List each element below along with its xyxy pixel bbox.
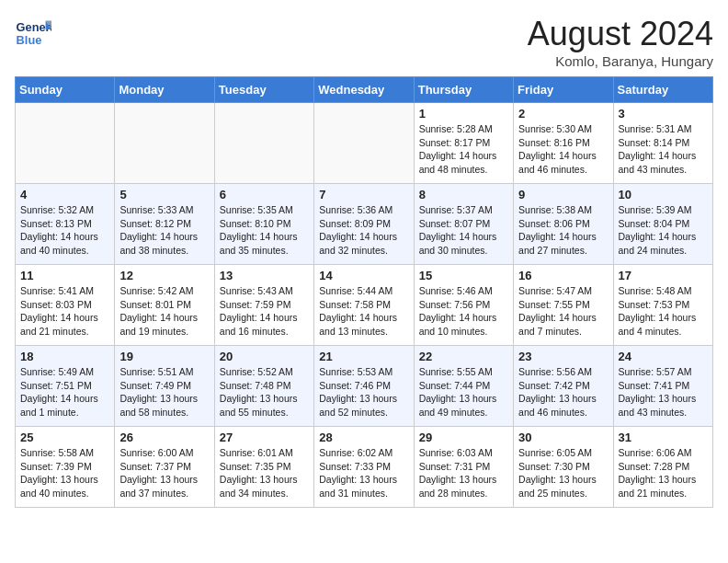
day-number: 11 — [20, 269, 109, 282]
day-number: 2 — [518, 107, 608, 121]
day-number: 10 — [619, 188, 708, 201]
calendar-header-row: SundayMondayTuesdayWednesdayThursdayFrid… — [16, 77, 713, 103]
day-number: 3 — [619, 107, 708, 121]
calendar-cell: 28Sunrise: 6:02 AMSunset: 7:33 PMDayligh… — [314, 427, 414, 508]
cell-info: Sunrise: 6:02 AMSunset: 7:33 PMDaylight:… — [319, 446, 408, 500]
calendar-cell: 5Sunrise: 5:33 AMSunset: 8:12 PMDaylight… — [115, 184, 214, 265]
day-number: 27 — [220, 431, 309, 444]
calendar-cell: 4Sunrise: 5:32 AMSunset: 8:13 PMDaylight… — [16, 184, 115, 265]
cell-info: Sunrise: 6:00 AMSunset: 7:37 PMDaylight:… — [119, 446, 209, 500]
calendar-cell: 23Sunrise: 5:56 AMSunset: 7:42 PMDayligh… — [514, 346, 613, 427]
day-number: 20 — [220, 350, 309, 363]
calendar-table: SundayMondayTuesdayWednesdayThursdayFrid… — [15, 76, 713, 508]
day-number: 21 — [319, 350, 408, 363]
calendar-cell: 17Sunrise: 5:48 AMSunset: 7:53 PMDayligh… — [613, 265, 712, 346]
calendar-week-row: 1Sunrise: 5:28 AMSunset: 8:17 PMDaylight… — [16, 103, 713, 184]
calendar-week-row: 25Sunrise: 5:58 AMSunset: 7:39 PMDayligh… — [16, 427, 713, 508]
cell-info: Sunrise: 5:43 AMSunset: 7:59 PMDaylight:… — [220, 284, 309, 339]
cell-info: Sunrise: 5:58 AMSunset: 7:39 PMDaylight:… — [20, 446, 109, 500]
cell-info: Sunrise: 5:47 AMSunset: 7:55 PMDaylight:… — [518, 284, 608, 339]
cell-info: Sunrise: 5:28 AMSunset: 8:17 PMDaylight:… — [419, 122, 508, 177]
logo-icon: General Blue — [15, 15, 51, 52]
day-number: 19 — [119, 350, 209, 363]
cell-info: Sunrise: 5:31 AMSunset: 8:14 PMDaylight:… — [619, 122, 708, 177]
calendar-cell: 26Sunrise: 6:00 AMSunset: 7:37 PMDayligh… — [115, 427, 214, 508]
cell-info: Sunrise: 5:44 AMSunset: 7:58 PMDaylight:… — [319, 284, 408, 339]
calendar-cell: 31Sunrise: 6:06 AMSunset: 7:28 PMDayligh… — [613, 427, 712, 508]
calendar-cell: 12Sunrise: 5:42 AMSunset: 8:01 PMDayligh… — [115, 265, 214, 346]
day-number: 1 — [419, 107, 508, 121]
cell-info: Sunrise: 6:03 AMSunset: 7:31 PMDaylight:… — [419, 446, 508, 500]
calendar-cell — [314, 103, 414, 184]
day-number: 15 — [419, 269, 508, 282]
svg-text:Blue: Blue — [17, 33, 42, 47]
calendar-cell: 3Sunrise: 5:31 AMSunset: 8:14 PMDaylight… — [613, 103, 712, 184]
day-number: 7 — [319, 188, 408, 201]
calendar-cell: 22Sunrise: 5:55 AMSunset: 7:44 PMDayligh… — [414, 346, 513, 427]
calendar-cell: 24Sunrise: 5:57 AMSunset: 7:41 PMDayligh… — [613, 346, 712, 427]
calendar-cell: 9Sunrise: 5:38 AMSunset: 8:06 PMDaylight… — [514, 184, 613, 265]
calendar-cell: 19Sunrise: 5:51 AMSunset: 7:49 PMDayligh… — [115, 346, 214, 427]
calendar-cell: 14Sunrise: 5:44 AMSunset: 7:58 PMDayligh… — [314, 265, 414, 346]
day-number: 13 — [220, 269, 309, 282]
cell-info: Sunrise: 5:35 AMSunset: 8:10 PMDaylight:… — [220, 203, 309, 258]
cell-info: Sunrise: 5:56 AMSunset: 7:42 PMDaylight:… — [518, 365, 608, 419]
calendar-cell: 6Sunrise: 5:35 AMSunset: 8:10 PMDaylight… — [214, 184, 313, 265]
cell-info: Sunrise: 6:06 AMSunset: 7:28 PMDaylight:… — [619, 446, 708, 500]
day-number: 17 — [619, 269, 708, 282]
cell-info: Sunrise: 5:48 AMSunset: 7:53 PMDaylight:… — [619, 284, 708, 339]
calendar-cell: 15Sunrise: 5:46 AMSunset: 7:56 PMDayligh… — [414, 265, 513, 346]
day-header-sunday: Sunday — [16, 77, 115, 103]
day-header-friday: Friday — [514, 77, 613, 103]
calendar-cell: 18Sunrise: 5:49 AMSunset: 7:51 PMDayligh… — [16, 346, 115, 427]
day-number: 12 — [119, 269, 209, 282]
day-number: 16 — [518, 269, 608, 282]
cell-info: Sunrise: 5:49 AMSunset: 7:51 PMDaylight:… — [20, 365, 109, 419]
cell-info: Sunrise: 5:38 AMSunset: 8:06 PMDaylight:… — [518, 203, 608, 258]
calendar-cell: 7Sunrise: 5:36 AMSunset: 8:09 PMDaylight… — [314, 184, 414, 265]
calendar-cell: 11Sunrise: 5:41 AMSunset: 8:03 PMDayligh… — [16, 265, 115, 346]
day-number: 29 — [419, 431, 508, 444]
cell-info: Sunrise: 5:37 AMSunset: 8:07 PMDaylight:… — [419, 203, 508, 258]
cell-info: Sunrise: 5:51 AMSunset: 7:49 PMDaylight:… — [119, 365, 209, 419]
day-number: 5 — [119, 188, 209, 201]
day-number: 6 — [220, 188, 309, 201]
day-header-saturday: Saturday — [613, 77, 712, 103]
day-header-tuesday: Tuesday — [214, 77, 313, 103]
calendar-cell: 1Sunrise: 5:28 AMSunset: 8:17 PMDaylight… — [414, 103, 513, 184]
calendar-cell: 29Sunrise: 6:03 AMSunset: 7:31 PMDayligh… — [414, 427, 513, 508]
calendar-cell: 13Sunrise: 5:43 AMSunset: 7:59 PMDayligh… — [214, 265, 313, 346]
day-header-monday: Monday — [115, 77, 214, 103]
day-number: 14 — [319, 269, 408, 282]
cell-info: Sunrise: 5:33 AMSunset: 8:12 PMDaylight:… — [119, 203, 209, 258]
cell-info: Sunrise: 5:41 AMSunset: 8:03 PMDaylight:… — [20, 284, 109, 339]
day-number: 4 — [20, 188, 109, 201]
cell-info: Sunrise: 5:36 AMSunset: 8:09 PMDaylight:… — [319, 203, 408, 258]
calendar-week-row: 4Sunrise: 5:32 AMSunset: 8:13 PMDaylight… — [16, 184, 713, 265]
calendar-cell: 21Sunrise: 5:53 AMSunset: 7:46 PMDayligh… — [314, 346, 414, 427]
day-number: 28 — [319, 431, 408, 444]
calendar-cell: 27Sunrise: 6:01 AMSunset: 7:35 PMDayligh… — [214, 427, 313, 508]
cell-info: Sunrise: 5:42 AMSunset: 8:01 PMDaylight:… — [119, 284, 209, 339]
calendar-cell — [214, 103, 313, 184]
cell-info: Sunrise: 5:52 AMSunset: 7:48 PMDaylight:… — [220, 365, 309, 419]
day-number: 8 — [419, 188, 508, 201]
cell-info: Sunrise: 5:53 AMSunset: 7:46 PMDaylight:… — [319, 365, 408, 419]
day-number: 18 — [20, 350, 109, 363]
cell-info: Sunrise: 5:46 AMSunset: 7:56 PMDaylight:… — [419, 284, 508, 339]
calendar-cell: 2Sunrise: 5:30 AMSunset: 8:16 PMDaylight… — [514, 103, 613, 184]
calendar-cell: 8Sunrise: 5:37 AMSunset: 8:07 PMDaylight… — [414, 184, 513, 265]
calendar-cell: 25Sunrise: 5:58 AMSunset: 7:39 PMDayligh… — [16, 427, 115, 508]
location-title: Komlo, Baranya, Hungary — [528, 53, 713, 69]
day-header-wednesday: Wednesday — [314, 77, 414, 103]
day-number: 23 — [518, 350, 608, 363]
title-area: August 2024 Komlo, Baranya, Hungary — [528, 15, 713, 69]
calendar-week-row: 18Sunrise: 5:49 AMSunset: 7:51 PMDayligh… — [16, 346, 713, 427]
cell-info: Sunrise: 5:55 AMSunset: 7:44 PMDaylight:… — [419, 365, 508, 419]
cell-info: Sunrise: 5:32 AMSunset: 8:13 PMDaylight:… — [20, 203, 109, 258]
month-title: August 2024 — [528, 15, 713, 53]
cell-info: Sunrise: 6:05 AMSunset: 7:30 PMDaylight:… — [518, 446, 608, 500]
calendar-cell: 20Sunrise: 5:52 AMSunset: 7:48 PMDayligh… — [214, 346, 313, 427]
calendar-cell: 10Sunrise: 5:39 AMSunset: 8:04 PMDayligh… — [613, 184, 712, 265]
cell-info: Sunrise: 5:30 AMSunset: 8:16 PMDaylight:… — [518, 122, 608, 177]
